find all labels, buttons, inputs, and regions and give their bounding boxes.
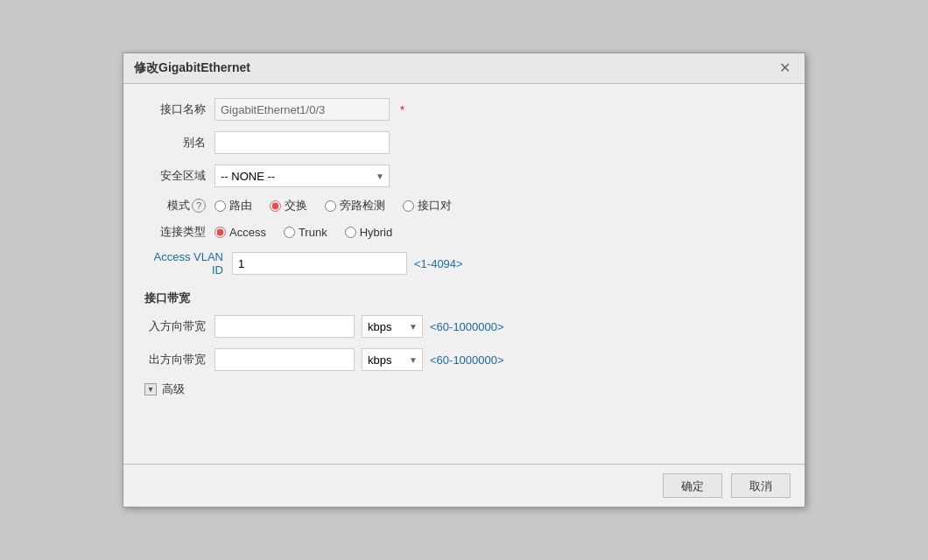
cancel-button[interactable]: 取消 xyxy=(731,473,791,498)
mode-radio-group: 路由 交换 旁路检测 接口对 xyxy=(214,198,452,214)
dialog-body: 接口名称 * 别名 安全区域 -- NONE -- ▼ xyxy=(123,84,805,464)
inbound-bw-row: 入方向带宽 kbps mbps ▼ <60-1000000> xyxy=(144,315,784,338)
mode-help-icon[interactable]: ? xyxy=(192,199,206,213)
security-zone-row: 安全区域 -- NONE -- ▼ xyxy=(144,164,784,187)
inbound-unit-wrap: kbps mbps ▼ xyxy=(362,315,423,338)
inbound-range-hint: <60-1000000> xyxy=(430,320,504,333)
advanced-row[interactable]: ▼ 高级 xyxy=(144,382,784,397)
advanced-label: 高级 xyxy=(162,382,185,397)
mode-route-label: 路由 xyxy=(229,198,252,214)
access-vlan-row: Access VLAN ID <1-4094> xyxy=(144,250,784,276)
mode-pair-item[interactable]: 接口对 xyxy=(403,198,452,214)
alias-control xyxy=(214,131,784,154)
conn-access-label: Access xyxy=(229,226,266,239)
outbound-control: kbps mbps ▼ <60-1000000> xyxy=(214,348,784,371)
mode-label: 模式? xyxy=(144,198,214,214)
confirm-button[interactable]: 确定 xyxy=(663,473,722,498)
outbound-unit-select[interactable]: kbps mbps xyxy=(362,348,423,371)
mode-pair-radio[interactable] xyxy=(403,200,414,212)
mode-pair-label: 接口对 xyxy=(418,198,452,214)
conn-trunk-item[interactable]: Trunk xyxy=(284,226,327,239)
access-vlan-control: <1-4094> xyxy=(232,252,784,275)
required-star: * xyxy=(400,103,404,116)
access-vlan-input[interactable] xyxy=(232,252,407,275)
bandwidth-section-title: 接口带宽 xyxy=(144,290,784,306)
conn-trunk-label: Trunk xyxy=(299,226,327,239)
mode-switch-item[interactable]: 交换 xyxy=(270,198,307,214)
outbound-range-hint: <60-1000000> xyxy=(430,354,504,367)
connection-type-radio-group: Access Trunk Hybrid xyxy=(214,226,392,239)
alias-row: 别名 xyxy=(144,131,784,154)
alias-label: 别名 xyxy=(144,135,214,150)
inbound-label: 入方向带宽 xyxy=(144,318,214,334)
dialog-title-bar: 修改GigabitEthernet ✕ xyxy=(123,53,805,84)
security-zone-label: 安全区域 xyxy=(144,168,214,184)
mode-route-item[interactable]: 路由 xyxy=(214,198,252,214)
mode-bypass-label: 旁路检测 xyxy=(340,198,385,214)
connection-type-row: 连接类型 Access Trunk Hybrid xyxy=(144,224,784,240)
conn-hybrid-radio[interactable] xyxy=(345,227,356,238)
connection-type-control: Access Trunk Hybrid xyxy=(214,226,784,239)
interface-name-label: 接口名称 xyxy=(144,102,214,117)
interface-name-row: 接口名称 * xyxy=(144,98,784,121)
outbound-unit-wrap: kbps mbps ▼ xyxy=(362,348,423,371)
outbound-label: 出方向带宽 xyxy=(144,352,214,368)
close-button[interactable]: ✕ xyxy=(776,61,794,75)
outbound-input[interactable] xyxy=(214,348,355,371)
conn-access-item[interactable]: Access xyxy=(214,226,266,239)
connection-type-label: 连接类型 xyxy=(144,224,214,240)
inbound-unit-select[interactable]: kbps mbps xyxy=(362,315,423,338)
mode-control: 路由 交换 旁路检测 接口对 xyxy=(214,198,784,214)
mode-route-radio[interactable] xyxy=(214,200,226,212)
mode-bypass-radio[interactable] xyxy=(325,200,336,212)
interface-name-input[interactable] xyxy=(214,98,390,121)
conn-hybrid-label: Hybrid xyxy=(360,226,393,239)
security-zone-control: -- NONE -- ▼ xyxy=(214,164,784,187)
conn-trunk-radio[interactable] xyxy=(284,227,295,238)
inbound-input[interactable] xyxy=(214,315,355,338)
security-zone-select[interactable]: -- NONE -- xyxy=(214,164,390,187)
conn-hybrid-item[interactable]: Hybrid xyxy=(345,226,393,239)
mode-bypass-item[interactable]: 旁路检测 xyxy=(325,198,385,214)
mode-switch-radio[interactable] xyxy=(270,200,281,212)
dialog-footer: 确定 取消 xyxy=(123,464,805,507)
modify-dialog: 修改GigabitEthernet ✕ 接口名称 * 别名 安全区域 xyxy=(123,52,805,508)
alias-input[interactable] xyxy=(214,131,390,154)
access-vlan-label: Access VLAN ID xyxy=(144,250,232,276)
outbound-bw-row: 出方向带宽 kbps mbps ▼ <60-1000000> xyxy=(144,348,784,371)
conn-access-radio[interactable] xyxy=(214,227,226,238)
security-zone-select-wrap: -- NONE -- ▼ xyxy=(214,164,390,187)
advanced-collapse-icon[interactable]: ▼ xyxy=(144,383,157,396)
mode-switch-label: 交换 xyxy=(285,198,307,214)
mode-row: 模式? 路由 交换 旁路检测 xyxy=(144,198,784,214)
inbound-control: kbps mbps ▼ <60-1000000> xyxy=(214,315,784,338)
vlan-range-hint: <1-4094> xyxy=(414,257,463,270)
interface-name-control: * xyxy=(214,98,784,121)
dialog-title: 修改GigabitEthernet xyxy=(134,60,250,76)
